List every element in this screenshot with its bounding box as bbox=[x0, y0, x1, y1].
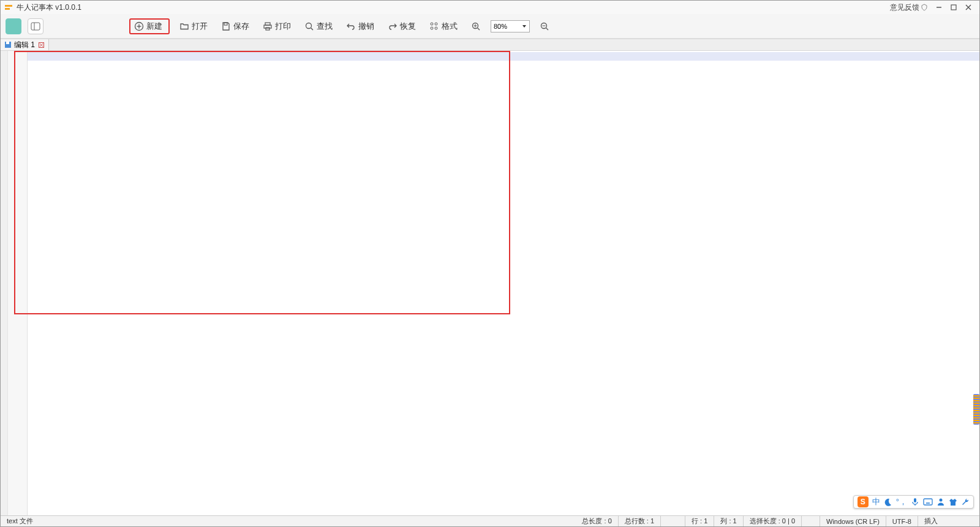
sidebar-toggle-button[interactable] bbox=[6, 18, 21, 34]
svg-point-20 bbox=[435, 27, 437, 29]
status-selection: 选择长度 : 0 | 0 bbox=[744, 516, 802, 526]
zoom-out-button[interactable] bbox=[536, 19, 553, 34]
search-icon bbox=[304, 21, 314, 31]
chevron-down-icon bbox=[522, 24, 527, 29]
undo-icon bbox=[346, 21, 356, 31]
status-file-type: text 文件 bbox=[1, 516, 39, 526]
svg-point-19 bbox=[431, 27, 433, 29]
new-button[interactable]: 新建 bbox=[129, 18, 170, 34]
annotation-box bbox=[14, 51, 510, 314]
print-label: 打印 bbox=[275, 21, 291, 32]
wrench-icon[interactable] bbox=[961, 498, 970, 506]
moon-icon[interactable] bbox=[884, 498, 892, 506]
find-button[interactable]: 查找 bbox=[301, 18, 336, 34]
format-button[interactable]: 格式 bbox=[426, 18, 461, 34]
save-icon bbox=[221, 21, 231, 31]
svg-point-17 bbox=[431, 23, 433, 25]
toolbar: 新建 打开 保存 打印 查找 撤销 bbox=[1, 14, 979, 39]
editor-area bbox=[1, 51, 979, 515]
text-editor[interactable] bbox=[28, 51, 979, 515]
svg-rect-14 bbox=[266, 28, 270, 30]
save-label: 保存 bbox=[233, 21, 249, 32]
status-column: 列 : 1 bbox=[714, 516, 743, 526]
ime-logo-icon: S bbox=[858, 496, 869, 507]
person-icon[interactable] bbox=[937, 498, 945, 506]
svg-rect-33 bbox=[914, 498, 916, 502]
redo-icon bbox=[388, 21, 398, 31]
svg-line-22 bbox=[478, 28, 480, 30]
feedback-link[interactable]: 意见反馈 bbox=[890, 2, 928, 13]
maximize-button[interactable] bbox=[946, 2, 961, 13]
skin-icon[interactable] bbox=[949, 498, 957, 506]
folder-icon bbox=[179, 21, 189, 31]
status-insert-mode[interactable]: 插入 bbox=[918, 516, 979, 526]
keyboard-icon[interactable] bbox=[923, 498, 933, 506]
redo-label: 恢复 bbox=[400, 21, 416, 32]
zoom-value: 80% bbox=[494, 23, 507, 30]
undo-button[interactable]: 撤销 bbox=[342, 18, 378, 34]
svg-line-16 bbox=[311, 28, 314, 30]
split-view-button[interactable] bbox=[28, 18, 43, 34]
print-icon bbox=[263, 21, 273, 31]
plus-circle-icon bbox=[134, 21, 144, 31]
status-bar: text 文件 总长度 : 0 总行数 : 1 行 : 1 列 : 1 选择长度… bbox=[1, 515, 979, 526]
save-button[interactable]: 保存 bbox=[217, 18, 253, 34]
document-tab[interactable]: 编辑 1 bbox=[1, 39, 49, 50]
close-button[interactable] bbox=[961, 2, 976, 13]
status-total-lines: 总行数 : 1 bbox=[619, 516, 661, 526]
new-label: 新建 bbox=[146, 21, 162, 32]
svg-rect-34 bbox=[924, 499, 932, 505]
svg-line-26 bbox=[546, 28, 549, 30]
svg-point-15 bbox=[306, 23, 312, 28]
svg-rect-6 bbox=[31, 23, 40, 30]
status-total-length: 总长度 : 0 bbox=[576, 516, 618, 526]
status-line: 行 : 1 bbox=[685, 516, 714, 526]
status-eol[interactable]: Windows (CR LF) bbox=[820, 516, 886, 526]
svg-point-18 bbox=[435, 23, 437, 25]
find-label: 查找 bbox=[317, 21, 333, 32]
undo-label: 撤销 bbox=[358, 21, 374, 32]
minimize-button[interactable] bbox=[932, 2, 946, 13]
zoom-select[interactable]: 80% bbox=[491, 20, 530, 32]
document-tab-label: 编辑 1 bbox=[14, 40, 35, 50]
svg-rect-1 bbox=[5, 8, 10, 10]
svg-rect-3 bbox=[951, 5, 956, 10]
ime-lang-toggle[interactable]: 中 bbox=[872, 496, 880, 507]
ime-toolbar[interactable]: S 中 °， bbox=[853, 495, 974, 509]
title-bar: 牛人记事本 v1.0.0.1 意见反馈 bbox=[1, 1, 979, 14]
format-label: 格式 bbox=[442, 21, 458, 32]
redo-button[interactable]: 恢复 bbox=[384, 18, 420, 34]
open-button[interactable]: 打开 bbox=[176, 18, 211, 34]
tab-close-button[interactable] bbox=[37, 41, 45, 48]
print-button[interactable]: 打印 bbox=[259, 18, 295, 34]
disk-icon bbox=[4, 41, 12, 48]
mic-icon[interactable] bbox=[911, 498, 919, 506]
current-line-highlight bbox=[28, 52, 979, 61]
zoom-in-button[interactable] bbox=[467, 19, 484, 34]
ime-punct-toggle[interactable]: °， bbox=[896, 496, 907, 507]
line-number-gutter bbox=[8, 51, 28, 515]
open-label: 打开 bbox=[192, 21, 208, 32]
document-tabstrip: 编辑 1 bbox=[1, 39, 979, 51]
app-title: 牛人记事本 v1.0.0.1 bbox=[17, 2, 81, 13]
grid-icon bbox=[429, 21, 439, 31]
app-icon bbox=[4, 3, 13, 12]
svg-rect-29 bbox=[6, 42, 9, 44]
zoom-in-icon bbox=[471, 21, 481, 31]
fold-gutter bbox=[1, 51, 8, 515]
svg-rect-0 bbox=[5, 5, 12, 7]
scrollbar-thumb[interactable] bbox=[973, 394, 979, 425]
zoom-out-icon bbox=[540, 21, 549, 31]
status-encoding[interactable]: UTF-8 bbox=[886, 516, 918, 526]
svg-point-39 bbox=[940, 499, 943, 502]
shield-icon bbox=[921, 4, 928, 11]
